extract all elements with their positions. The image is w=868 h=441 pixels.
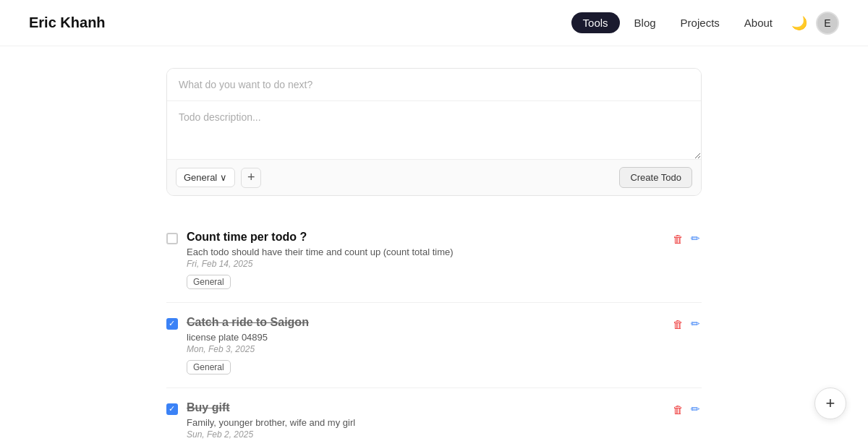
nav-links: Tools Blog Projects About 🌙 E [571,11,839,35]
todo-list: Count time per todo ? Each todo should h… [166,218,702,441]
edit-icon: ✏ [691,403,700,416]
todo-actions-1: 🗑 ✏ [671,231,702,247]
todo-content-2: Catch a ride to Saigon license plate 048… [187,316,663,374]
form-footer-left: General ∨ + [176,168,261,188]
todo-checkbox-2[interactable] [166,318,178,330]
todo-date-2: Mon, Feb 3, 2025 [187,344,663,354]
moon-icon: 🌙 [791,15,807,31]
todo-date-1: Fri, Feb 14, 2025 [187,259,663,269]
delete-button-2[interactable]: 🗑 [671,317,685,332]
todo-actions-2: 🗑 ✏ [671,316,702,332]
edit-button-2[interactable]: ✏ [689,316,702,332]
table-row: Count time per todo ? Each todo should h… [166,218,702,303]
nav-link-projects[interactable]: Projects [671,12,730,33]
todo-desc-input[interactable] [167,101,701,159]
todo-content-3: Buy gift Family, younger brother, wife a… [187,401,663,441]
trash-icon: 🗑 [673,403,684,416]
todo-desc-1: Each todo should have their time and cou… [187,247,663,257]
navbar: Eric Khanh Tools Blog Projects About 🌙 E [0,0,868,46]
todo-title-input[interactable] [167,69,701,101]
nav-link-tools[interactable]: Tools [571,12,620,33]
avatar-initial: E [824,17,830,29]
dark-mode-button[interactable]: 🌙 [787,11,812,35]
edit-icon: ✏ [691,232,700,245]
form-footer: General ∨ + Create Todo [167,159,701,195]
edit-icon: ✏ [691,317,700,330]
plus-icon: + [247,170,255,185]
edit-button-3[interactable]: ✏ [689,401,702,417]
todo-tag-1: General [187,275,231,289]
todo-title-2: Catch a ride to Saigon [187,316,663,329]
plus-icon: + [826,394,835,413]
todo-title-1: Count time per todo ? [187,231,663,244]
fab-button[interactable]: + [814,388,846,419]
nav-link-about[interactable]: About [734,12,783,33]
main-content: General ∨ + Create Todo Count time per t… [152,46,716,441]
todo-form: General ∨ + Create Todo [166,68,702,196]
add-button[interactable]: + [241,168,261,188]
delete-button-3[interactable]: 🗑 [671,402,685,417]
todo-actions-3: 🗑 ✏ [671,401,702,417]
category-select[interactable]: General ∨ [176,168,235,187]
todo-checkbox-1[interactable] [166,233,178,244]
trash-icon: 🗑 [673,233,684,245]
todo-title-3: Buy gift [187,401,663,414]
chevron-down-icon: ∨ [220,172,227,183]
avatar[interactable]: E [816,12,839,35]
trash-icon: 🗑 [673,318,684,330]
table-row: Catch a ride to Saigon license plate 048… [166,303,702,388]
edit-button-1[interactable]: ✏ [689,231,702,247]
todo-desc-3: Family, younger brother, wife and my gir… [187,417,663,428]
todo-checkbox-3[interactable] [166,403,178,415]
table-row: Buy gift Family, younger brother, wife a… [166,388,702,441]
nav-logo: Eric Khanh [29,14,106,31]
todo-desc-2: license plate 04895 [187,332,663,343]
todo-tag-2: General [187,360,231,374]
category-label: General [184,172,217,183]
delete-button-1[interactable]: 🗑 [671,231,685,247]
create-todo-button[interactable]: Create Todo [619,167,692,188]
todo-content-1: Count time per todo ? Each todo should h… [187,231,663,289]
todo-date-3: Sun, Feb 2, 2025 [187,429,663,440]
nav-link-blog[interactable]: Blog [624,12,666,33]
